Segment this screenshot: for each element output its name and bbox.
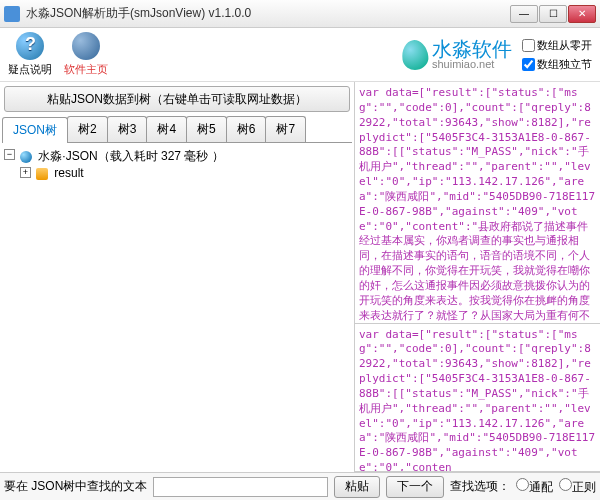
tree-tabs: JSON树 树2 树3 树4 树5 树6 树7 — [2, 116, 352, 143]
toolbar: 疑点说明 软件主页 水淼软件 shuimiao.net 数组从零开 数组独立节 — [0, 28, 600, 82]
home-button[interactable]: 软件主页 — [64, 32, 108, 77]
help-icon — [16, 32, 44, 60]
tab-tree7[interactable]: 树7 — [265, 116, 306, 142]
minimize-button[interactable]: — — [510, 5, 538, 23]
bottom-bar: 要在 JSON树中查找的文本 粘贴 下一个 查找选项： 通配 正则 — [0, 472, 600, 500]
maximize-button[interactable]: ☐ — [539, 5, 567, 23]
brand-logo: 水淼软件 shuimiao.net — [402, 39, 512, 70]
next-button[interactable]: 下一个 — [386, 476, 444, 498]
raw-json-top[interactable]: var data=["result":["status":["msg":"","… — [355, 82, 600, 324]
radio-wildcard[interactable]: 通配 — [516, 478, 553, 496]
right-panel: var data=["result":["status":["msg":"","… — [355, 82, 600, 472]
left-panel: 粘贴JSON数据到树（右键单击可读取网址数据） JSON树 树2 树3 树4 树… — [0, 82, 355, 472]
home-label: 软件主页 — [64, 62, 108, 77]
tab-tree6[interactable]: 树6 — [226, 116, 267, 142]
tree-root-node[interactable]: − 水淼·JSON（载入耗时 327 毫秒 ） + result — [4, 147, 350, 182]
window-title: 水淼JSON解析助手(smJsonView) v1.1.0.0 — [26, 5, 510, 22]
tab-tree5[interactable]: 树5 — [186, 116, 227, 142]
paste-button[interactable]: 粘贴 — [334, 476, 380, 498]
tree-child-node[interactable]: + result — [20, 165, 350, 181]
brand-name: 水淼软件 — [432, 39, 512, 59]
option-array-node[interactable]: 数组独立节 — [522, 57, 592, 72]
collapse-icon[interactable]: − — [4, 149, 15, 160]
brand-url: shuimiao.net — [432, 59, 512, 70]
paste-json-button[interactable]: 粘贴JSON数据到树（右键单击可读取网址数据） — [4, 86, 350, 112]
raw-json-bottom[interactable]: var data=["result":["status":["msg":"","… — [355, 324, 600, 473]
water-drop-icon — [400, 38, 430, 71]
checkbox-array-zero[interactable] — [522, 39, 535, 52]
tab-tree4[interactable]: 树4 — [146, 116, 187, 142]
search-input[interactable] — [153, 477, 328, 497]
tab-json-tree[interactable]: JSON树 — [2, 117, 68, 143]
checkbox-array-node[interactable] — [522, 58, 535, 71]
child-label: result — [54, 166, 83, 180]
globe-icon — [72, 32, 100, 60]
root-icon — [20, 151, 32, 163]
options-panel: 数组从零开 数组独立节 — [522, 38, 592, 72]
radio-regex[interactable]: 正则 — [559, 478, 596, 496]
search-label: 要在 JSON树中查找的文本 — [4, 478, 147, 495]
app-icon — [4, 6, 20, 22]
close-button[interactable]: ✕ — [568, 5, 596, 23]
tab-tree3[interactable]: 树3 — [107, 116, 148, 142]
json-tree[interactable]: − 水淼·JSON（载入耗时 327 毫秒 ） + result — [0, 143, 354, 472]
object-icon — [36, 168, 48, 180]
tab-tree2[interactable]: 树2 — [67, 116, 108, 142]
help-button[interactable]: 疑点说明 — [8, 32, 52, 77]
title-bar: 水淼JSON解析助手(smJsonView) v1.1.0.0 — ☐ ✕ — [0, 0, 600, 28]
root-label: 水淼·JSON（载入耗时 327 毫秒 ） — [38, 149, 223, 163]
find-options-label: 查找选项： — [450, 478, 510, 495]
expand-icon[interactable]: + — [20, 167, 31, 178]
help-label: 疑点说明 — [8, 62, 52, 77]
option-array-zero[interactable]: 数组从零开 — [522, 38, 592, 53]
